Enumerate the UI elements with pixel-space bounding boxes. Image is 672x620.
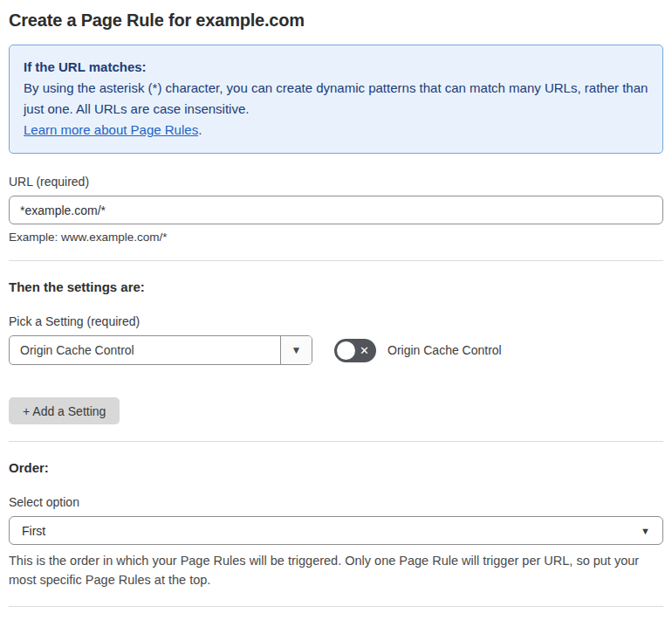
setting-row: Origin Cache Control ▼ ✕ Origin Cache Co… <box>9 335 663 365</box>
add-setting-button[interactable]: + Add a Setting <box>9 397 120 424</box>
pick-setting-label: Pick a Setting (required) <box>9 314 663 328</box>
chevron-down-icon[interactable]: ▼ <box>280 336 312 364</box>
info-box-heading: If the URL matches: <box>24 57 648 78</box>
setting-select[interactable]: Origin Cache Control ▼ <box>9 335 312 365</box>
order-select[interactable]: First ▼ <box>9 516 663 545</box>
order-section-heading: Order: <box>9 460 663 475</box>
settings-section-heading: Then the settings are: <box>9 279 663 294</box>
url-input[interactable] <box>9 196 663 224</box>
origin-cache-control-toggle[interactable]: ✕ <box>334 339 376 362</box>
divider <box>9 260 663 261</box>
divider <box>9 441 663 442</box>
info-box-body: By using the asterisk (*) character, you… <box>24 78 648 120</box>
toggle-knob <box>337 341 355 360</box>
order-select-value: First <box>22 524 45 538</box>
url-match-info-box: If the URL matches: By using the asteris… <box>9 45 663 154</box>
select-option-label: Select option <box>9 495 663 509</box>
link-suffix: . <box>198 122 202 137</box>
url-label: URL (required) <box>9 175 663 189</box>
setting-select-value: Origin Cache Control <box>10 343 134 357</box>
info-link-line: Learn more about Page Rules. <box>24 120 648 141</box>
url-example-hint: Example: www.example.com/* <box>9 231 663 244</box>
divider <box>9 606 663 607</box>
create-page-rule-form: Create a Page Rule for example.com If th… <box>0 0 672 620</box>
toggle-label: Origin Cache Control <box>387 343 502 357</box>
caret-down-icon: ▼ <box>641 526 650 536</box>
page-title: Create a Page Rule for example.com <box>9 10 663 31</box>
learn-more-link[interactable]: Learn more about Page Rules <box>24 122 198 137</box>
toggle-off-x-icon: ✕ <box>360 345 369 356</box>
order-help-text: This is the order in which your Page Rul… <box>9 551 663 589</box>
